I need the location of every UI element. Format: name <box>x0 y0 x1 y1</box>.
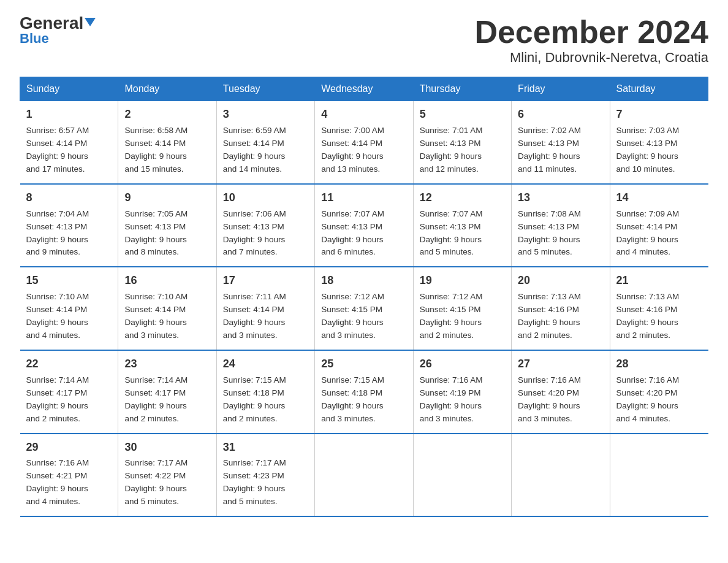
day-number: 18 <box>321 272 406 289</box>
day-number: 24 <box>223 356 308 373</box>
day-info: Sunrise: 7:01 AMSunset: 4:13 PMDaylight:… <box>420 126 483 174</box>
header-thursday: Thursday <box>413 77 511 101</box>
calendar-cell: 18Sunrise: 7:12 AMSunset: 4:15 PMDayligh… <box>315 267 413 350</box>
day-info: Sunrise: 7:16 AMSunset: 4:21 PMDaylight:… <box>26 458 89 506</box>
day-number: 20 <box>518 272 603 289</box>
calendar-cell: 6Sunrise: 7:02 AMSunset: 4:13 PMDaylight… <box>512 101 610 184</box>
calendar-cell: 19Sunrise: 7:12 AMSunset: 4:15 PMDayligh… <box>413 267 511 350</box>
day-number: 29 <box>26 439 112 456</box>
header-saturday: Saturday <box>610 77 708 101</box>
calendar-cell: 20Sunrise: 7:13 AMSunset: 4:16 PMDayligh… <box>512 267 610 350</box>
day-info: Sunrise: 7:11 AMSunset: 4:14 PMDaylight:… <box>223 292 286 340</box>
calendar-cell: 13Sunrise: 7:08 AMSunset: 4:13 PMDayligh… <box>512 184 610 267</box>
calendar-cell: 4Sunrise: 7:00 AMSunset: 4:14 PMDaylight… <box>315 101 413 184</box>
day-number: 4 <box>321 106 406 123</box>
calendar-cell: 5Sunrise: 7:01 AMSunset: 4:13 PMDaylight… <box>413 101 511 184</box>
day-number: 25 <box>321 356 406 373</box>
calendar-cell: 11Sunrise: 7:07 AMSunset: 4:13 PMDayligh… <box>315 184 413 267</box>
calendar-week-row: 15Sunrise: 7:10 AMSunset: 4:14 PMDayligh… <box>20 267 708 350</box>
day-number: 15 <box>26 272 112 289</box>
logo: General Blue <box>20 15 96 47</box>
header-tuesday: Tuesday <box>216 77 314 101</box>
day-number: 8 <box>26 190 112 207</box>
day-info: Sunrise: 7:15 AMSunset: 4:18 PMDaylight:… <box>321 375 384 423</box>
day-info: Sunrise: 6:58 AMSunset: 4:14 PMDaylight:… <box>124 126 188 174</box>
day-info: Sunrise: 7:10 AMSunset: 4:14 PMDaylight:… <box>124 292 188 340</box>
calendar-cell: 9Sunrise: 7:05 AMSunset: 4:13 PMDaylight… <box>118 184 216 267</box>
page-header: General Blue December 2024 Mlini, Dubrov… <box>20 15 708 66</box>
calendar-cell: 28Sunrise: 7:16 AMSunset: 4:20 PMDayligh… <box>610 350 708 434</box>
calendar-week-row: 22Sunrise: 7:14 AMSunset: 4:17 PMDayligh… <box>20 350 708 434</box>
calendar-cell: 30Sunrise: 7:17 AMSunset: 4:22 PMDayligh… <box>118 434 216 517</box>
day-number: 14 <box>616 190 702 207</box>
day-info: Sunrise: 7:10 AMSunset: 4:14 PMDaylight:… <box>26 292 89 340</box>
day-info: Sunrise: 7:06 AMSunset: 4:13 PMDaylight:… <box>223 209 286 257</box>
calendar-cell: 29Sunrise: 7:16 AMSunset: 4:21 PMDayligh… <box>20 434 118 517</box>
calendar-cell: 17Sunrise: 7:11 AMSunset: 4:14 PMDayligh… <box>216 267 314 350</box>
day-info: Sunrise: 7:13 AMSunset: 4:16 PMDaylight:… <box>616 292 680 340</box>
day-info: Sunrise: 7:08 AMSunset: 4:13 PMDaylight:… <box>518 209 581 257</box>
calendar-header-row: SundayMondayTuesdayWednesdayThursdayFrid… <box>20 77 708 101</box>
title-area: December 2024 Mlini, Dubrovnik-Neretva, … <box>474 15 708 66</box>
day-info: Sunrise: 7:16 AMSunset: 4:20 PMDaylight:… <box>518 375 581 423</box>
calendar-week-row: 29Sunrise: 7:16 AMSunset: 4:21 PMDayligh… <box>20 434 708 517</box>
calendar-cell: 16Sunrise: 7:10 AMSunset: 4:14 PMDayligh… <box>118 267 216 350</box>
day-number: 17 <box>223 272 308 289</box>
day-info: Sunrise: 7:17 AMSunset: 4:23 PMDaylight:… <box>223 458 286 506</box>
day-number: 23 <box>124 356 210 373</box>
calendar-cell <box>512 434 610 517</box>
month-title: December 2024 <box>474 15 708 50</box>
calendar-cell: 8Sunrise: 7:04 AMSunset: 4:13 PMDaylight… <box>20 184 118 267</box>
day-number: 6 <box>518 106 603 123</box>
calendar-cell: 10Sunrise: 7:06 AMSunset: 4:13 PMDayligh… <box>216 184 314 267</box>
calendar-cell: 21Sunrise: 7:13 AMSunset: 4:16 PMDayligh… <box>610 267 708 350</box>
calendar-cell: 12Sunrise: 7:07 AMSunset: 4:13 PMDayligh… <box>413 184 511 267</box>
day-number: 7 <box>616 106 702 123</box>
day-info: Sunrise: 7:02 AMSunset: 4:13 PMDaylight:… <box>518 126 581 174</box>
calendar-cell: 1Sunrise: 6:57 AMSunset: 4:14 PMDaylight… <box>20 101 118 184</box>
day-number: 30 <box>124 439 210 456</box>
calendar-cell: 15Sunrise: 7:10 AMSunset: 4:14 PMDayligh… <box>20 267 118 350</box>
calendar-cell: 31Sunrise: 7:17 AMSunset: 4:23 PMDayligh… <box>216 434 314 517</box>
day-number: 21 <box>616 272 702 289</box>
day-info: Sunrise: 7:16 AMSunset: 4:19 PMDaylight:… <box>420 375 483 423</box>
day-number: 28 <box>616 356 702 373</box>
day-info: Sunrise: 7:12 AMSunset: 4:15 PMDaylight:… <box>420 292 483 340</box>
day-info: Sunrise: 7:17 AMSunset: 4:22 PMDaylight:… <box>124 458 188 506</box>
day-info: Sunrise: 7:05 AMSunset: 4:13 PMDaylight:… <box>124 209 188 257</box>
day-info: Sunrise: 7:03 AMSunset: 4:13 PMDaylight:… <box>616 126 680 174</box>
calendar-table: SundayMondayTuesdayWednesdayThursdayFrid… <box>20 77 708 517</box>
calendar-cell: 26Sunrise: 7:16 AMSunset: 4:19 PMDayligh… <box>413 350 511 434</box>
calendar-cell: 22Sunrise: 7:14 AMSunset: 4:17 PMDayligh… <box>20 350 118 434</box>
logo-blue-text: Blue <box>20 31 49 47</box>
day-info: Sunrise: 7:07 AMSunset: 4:13 PMDaylight:… <box>321 209 384 257</box>
day-info: Sunrise: 7:13 AMSunset: 4:16 PMDaylight:… <box>518 292 581 340</box>
logo-triangle-icon <box>85 18 96 26</box>
day-number: 31 <box>223 439 308 456</box>
day-number: 27 <box>518 356 603 373</box>
day-info: Sunrise: 7:04 AMSunset: 4:13 PMDaylight:… <box>26 209 89 257</box>
day-number: 1 <box>26 106 112 123</box>
day-info: Sunrise: 7:07 AMSunset: 4:13 PMDaylight:… <box>420 209 483 257</box>
day-number: 2 <box>124 106 210 123</box>
header-sunday: Sunday <box>20 77 118 101</box>
day-info: Sunrise: 7:16 AMSunset: 4:20 PMDaylight:… <box>616 375 680 423</box>
calendar-cell: 27Sunrise: 7:16 AMSunset: 4:20 PMDayligh… <box>512 350 610 434</box>
day-number: 5 <box>420 106 505 123</box>
header-wednesday: Wednesday <box>315 77 413 101</box>
day-info: Sunrise: 6:59 AMSunset: 4:14 PMDaylight:… <box>223 126 286 174</box>
day-info: Sunrise: 7:14 AMSunset: 4:17 PMDaylight:… <box>124 375 188 423</box>
day-info: Sunrise: 7:12 AMSunset: 4:15 PMDaylight:… <box>321 292 384 340</box>
header-friday: Friday <box>512 77 610 101</box>
calendar-cell <box>610 434 708 517</box>
day-number: 26 <box>420 356 505 373</box>
calendar-cell: 24Sunrise: 7:15 AMSunset: 4:18 PMDayligh… <box>216 350 314 434</box>
day-info: Sunrise: 7:00 AMSunset: 4:14 PMDaylight:… <box>321 126 384 174</box>
day-info: Sunrise: 7:09 AMSunset: 4:14 PMDaylight:… <box>616 209 680 257</box>
header-monday: Monday <box>118 77 216 101</box>
location-title: Mlini, Dubrovnik-Neretva, Croatia <box>474 50 708 66</box>
day-info: Sunrise: 6:57 AMSunset: 4:14 PMDaylight:… <box>26 126 89 174</box>
calendar-body: 1Sunrise: 6:57 AMSunset: 4:14 PMDaylight… <box>20 101 708 516</box>
calendar-cell: 2Sunrise: 6:58 AMSunset: 4:14 PMDaylight… <box>118 101 216 184</box>
day-number: 12 <box>420 190 505 207</box>
